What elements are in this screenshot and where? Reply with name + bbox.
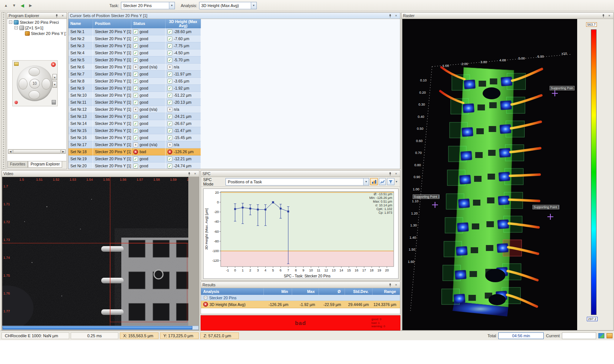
chart-type-icon[interactable] <box>370 178 378 185</box>
task-select[interactable]: Stecker 20 Pins ▼ <box>121 2 175 9</box>
table-row[interactable]: Set Nr.13Stecker 20 Pins Y [1]✓good✓-24.… <box>68 113 201 120</box>
move-down-icon[interactable]: ▼ <box>10 2 18 9</box>
table-row[interactable]: Set Nr.1Stecker 20 Pins Y [1]✓good✓-28.6… <box>68 28 201 35</box>
status-icon: × <box>133 65 138 70</box>
jog-pad[interactable]: 10 <box>17 65 52 101</box>
scroll-left-icon[interactable]: ◀ <box>8 149 13 154</box>
scroll-thumb[interactable] <box>3 326 192 329</box>
close-icon[interactable]: × <box>607 13 612 18</box>
scroll-thumb[interactable] <box>13 149 61 154</box>
back-icon[interactable]: ◀ <box>19 2 26 9</box>
tree-item[interactable]: −Stecker 20 Pins Preci <box>7 19 66 25</box>
pin-icon[interactable] <box>601 13 606 18</box>
notes-icon[interactable] <box>607 333 613 338</box>
layers-icon[interactable] <box>598 333 604 338</box>
table-row[interactable]: Set Nr.12Stecker 20 Pins Y [1]×good (n/a… <box>68 106 201 113</box>
table-row[interactable]: Set Nr.11Stecker 20 Pins Y [1]✓good✓-20.… <box>68 99 201 106</box>
table-row[interactable]: Set Nr.6Stecker 20 Pins Y [1]×good (n/a)… <box>68 64 201 71</box>
filter-icon[interactable] <box>387 178 394 185</box>
close-icon[interactable]: × <box>394 13 399 18</box>
column-header[interactable]: Status <box>131 19 166 28</box>
column-header[interactable]: Ø <box>319 288 345 295</box>
pin-icon[interactable] <box>388 13 393 18</box>
table-row[interactable]: Set Nr.9Stecker 20 Pins Y [1]✓good✓-1.92… <box>68 85 201 92</box>
close-icon[interactable]: × <box>394 283 399 287</box>
forward-icon[interactable]: ▶ <box>27 2 34 9</box>
scroll-right-icon[interactable]: ▶ <box>61 149 65 154</box>
status-icon: ✓ <box>133 121 138 126</box>
column-header[interactable]: Std.Dev. <box>345 288 373 295</box>
probe-icon[interactable] <box>52 100 56 104</box>
pin-icon[interactable] <box>388 283 393 287</box>
table-row[interactable]: Set Nr.7Stecker 20 Pins Y [1]✓good✓-11.9… <box>68 71 201 78</box>
results-row[interactable]: ×3D Height (Max Avg)-126.26 µm-1.92 µm-2… <box>201 301 400 308</box>
jog-decrease-button[interactable]: ▼ <box>52 81 57 88</box>
status-icon: ✓ <box>133 58 138 62</box>
close-icon[interactable]: × <box>193 171 198 176</box>
row-name: Set Nr.4 <box>68 49 93 57</box>
tab-program-explorer[interactable]: Program Explorer <box>28 161 62 168</box>
table-row[interactable]: Set Nr.2Stecker 20 Pins Y [1]✓good✓-7.60… <box>68 35 201 42</box>
pin-icon[interactable] <box>388 171 393 176</box>
pin-icon[interactable] <box>54 13 59 18</box>
video-scrollbar[interactable] <box>2 326 199 330</box>
row-position: Stecker 20 Pins Y [1] <box>93 78 131 85</box>
table-row[interactable]: Set Nr.8Stecker 20 Pins Y [1]✓good✓-3.65… <box>68 78 201 85</box>
spc-chart[interactable]: 200-20-40-60-80-100-120-1012345678910111… <box>203 189 399 279</box>
jog-right-button[interactable] <box>42 78 51 90</box>
close-icon[interactable]: × <box>60 13 65 18</box>
panel-title: Video <box>3 171 13 176</box>
jog-step-value[interactable]: 10 <box>29 79 40 88</box>
table-row[interactable]: Set Nr.3Stecker 20 Pins Y [1]✓good✓-7.75… <box>68 42 201 49</box>
table-row[interactable]: Set Nr.18Stecker 20 Pins Y [1]×bad×-126.… <box>68 148 201 155</box>
move-up-icon[interactable]: ▲ <box>2 2 10 9</box>
analysis-select-value: 3D Height (Max Avg) <box>201 3 239 8</box>
expander-icon[interactable]: − <box>9 20 12 24</box>
table-row[interactable]: Set Nr.5Stecker 20 Pins Y [1]✓good✓-5.70… <box>68 57 201 64</box>
svg-text:-120: -120 <box>212 259 219 262</box>
tree-item[interactable]: Stecker 20 Pins Y [1] <box>7 30 66 36</box>
column-header[interactable]: Analysis <box>201 288 264 295</box>
ruler-label: 1.73 <box>3 238 10 242</box>
table-row[interactable]: Set Nr.10Stecker 20 Pins Y [1]✓good✓-51.… <box>68 92 201 99</box>
jog-left-button[interactable] <box>19 78 28 90</box>
explorer-scrollbar[interactable]: ◀ ▶ <box>8 149 66 154</box>
column-header[interactable]: Max <box>292 288 319 295</box>
table-row[interactable]: Set Nr.19Stecker 20 Pins Y [1]✓good✓-12.… <box>68 155 201 162</box>
column-header[interactable]: Range <box>372 288 400 295</box>
histogram-icon[interactable] <box>379 178 386 185</box>
camera-image[interactable]: 1.51.511.521.531.541.551.561.571.581.591… <box>2 177 188 327</box>
close-icon[interactable]: × <box>51 62 56 67</box>
chevron-down-icon[interactable]: ▼ <box>395 180 398 183</box>
tree-item[interactable]: −[Z=1 S=1] <box>7 25 66 30</box>
value-status-icon: ✓ <box>167 86 172 91</box>
column-header[interactable]: Position <box>93 19 131 28</box>
table-row[interactable]: Set Nr.20Stecker 20 Pins Y [1]✓good✓-24.… <box>68 162 201 169</box>
jog-down-button[interactable] <box>29 90 40 99</box>
analysis-select[interactable]: 3D Height (Max Avg) ▼ <box>199 2 257 9</box>
jog-control[interactable]: × 10 ▲ ▼ <box>12 60 58 106</box>
jog-increase-button[interactable]: ▲ <box>52 74 57 80</box>
table-row[interactable]: Set Nr.17Stecker 20 Pins Y [1]×good (n/a… <box>68 141 201 148</box>
close-icon[interactable]: × <box>394 171 399 176</box>
spc-mode-select[interactable]: Positions of a Task ▼ <box>226 178 369 186</box>
row-name: Set Nr.20 <box>68 162 93 169</box>
expander-icon[interactable]: − <box>204 296 207 299</box>
expander-icon[interactable]: − <box>15 26 18 29</box>
table-row[interactable]: Set Nr.15Stecker 20 Pins Y [1]✓good✓-11.… <box>68 127 201 134</box>
tab-favorites[interactable]: Favorites <box>7 161 28 168</box>
column-header[interactable]: Name <box>68 19 93 28</box>
stat-line: CpK: 1.102 <box>369 207 392 211</box>
results-group-row[interactable]: − Stecker 20 Pins <box>201 295 400 301</box>
jog-up-button[interactable] <box>29 67 40 76</box>
table-row[interactable]: Set Nr.4Stecker 20 Pins Y [1]✓good✓-4.50… <box>68 49 201 57</box>
ruler-label: 1.77 <box>3 309 10 313</box>
pin-icon[interactable] <box>187 171 192 176</box>
column-header[interactable]: 3D Height (Max Avg) <box>166 19 201 28</box>
raster-3d-view[interactable]: 1.002.003.004.005.006.00x100.100.200.300… <box>402 19 577 330</box>
table-row[interactable]: Set Nr.14Stecker 20 Pins Y [1]✓good✓-26.… <box>68 120 201 127</box>
table-row[interactable]: Set Nr.16Stecker 20 Pins Y [1]✓good✓-15.… <box>68 134 201 141</box>
row-position: Stecker 20 Pins Y [1] <box>93 99 131 106</box>
column-header[interactable]: Min <box>264 288 292 295</box>
left-splitter[interactable] <box>1 12 6 169</box>
